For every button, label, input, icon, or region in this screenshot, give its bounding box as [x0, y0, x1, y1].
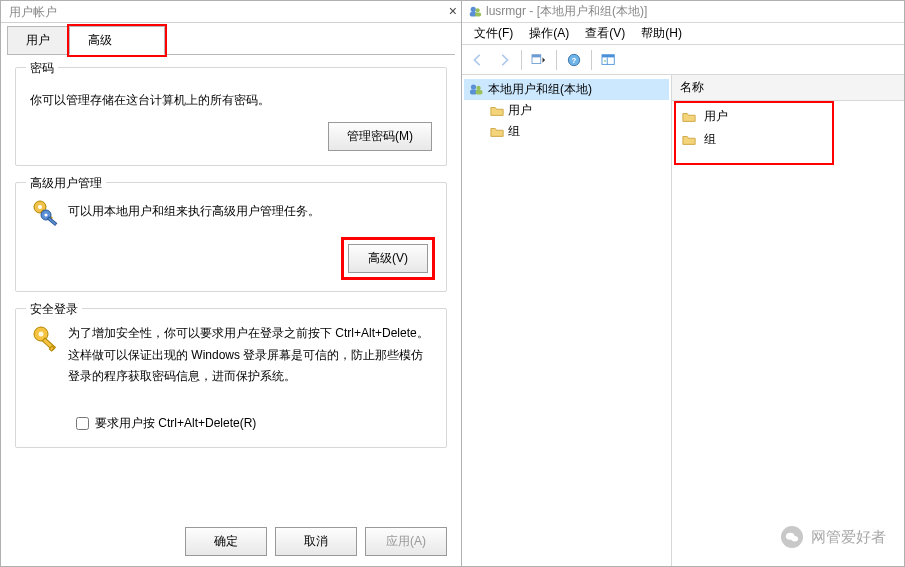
- list-column-name[interactable]: 名称: [672, 75, 904, 101]
- list-groups-label: 组: [704, 131, 716, 148]
- password-desc: 你可以管理存储在这台计算机上的所有密码。: [30, 90, 432, 112]
- tree-pane: 本地用户和组(本地) 用户 组: [462, 75, 672, 566]
- help-icon: ?: [567, 53, 581, 67]
- svg-rect-13: [475, 12, 481, 16]
- menu-view[interactable]: 查看(V): [577, 23, 633, 44]
- key-icon: [30, 323, 68, 355]
- apply-button[interactable]: 应用(A): [365, 527, 447, 556]
- group-password: 密码 你可以管理存储在这台计算机上的所有密码。 管理密码(M): [15, 67, 447, 166]
- folder-icon: [682, 133, 696, 147]
- lusrmgr-titlebar: lusrmgr - [本地用户和组(本地)]: [462, 1, 904, 23]
- menu-help[interactable]: 帮助(H): [633, 23, 690, 44]
- arrow-right-icon: [497, 53, 511, 67]
- keys-icon: [30, 197, 68, 229]
- ok-button[interactable]: 确定: [185, 527, 267, 556]
- toolbar: ?: [462, 45, 904, 75]
- watermark-text: 网管爱好者: [811, 528, 886, 547]
- group-secure-logon: 安全登录 为了增加安全性，你可以要求用户在登录之前按下 Ctrl+Alt+Del…: [15, 308, 447, 448]
- cancel-button[interactable]: 取消: [275, 527, 357, 556]
- folder-icon: [682, 110, 696, 124]
- require-cad-label: 要求用户按 Ctrl+Alt+Delete(R): [95, 415, 256, 432]
- svg-point-26: [791, 536, 798, 542]
- secure-desc: 为了增加安全性，你可以要求用户在登录之前按下 Ctrl+Alt+Delete。这…: [68, 323, 432, 388]
- panes-icon: [601, 53, 617, 67]
- dialog-button-row: 确定 取消 应用(A): [185, 527, 447, 556]
- group-password-title: 密码: [26, 60, 58, 77]
- tree-groups-label: 组: [508, 123, 520, 140]
- folder-icon: [490, 125, 504, 139]
- show-hide-button[interactable]: [597, 48, 621, 72]
- group-advanced-title: 高级用户管理: [26, 175, 106, 192]
- dialog-titlebar: 用户帐户 ×: [1, 1, 461, 23]
- views-button[interactable]: [527, 48, 551, 72]
- toolbar-separator: [556, 50, 557, 70]
- list-item-users[interactable]: 用户: [678, 105, 898, 128]
- require-cad-checkbox[interactable]: [76, 417, 89, 430]
- tree-root-label: 本地用户和组(本地): [488, 81, 592, 98]
- advanced-desc: 可以用本地用户和组来执行高级用户管理任务。: [68, 201, 432, 223]
- svg-rect-15: [532, 54, 541, 57]
- manage-passwords-button[interactable]: 管理密码(M): [328, 122, 432, 151]
- lusrmgr-window: lusrmgr - [本地用户和组(本地)] 文件(F) 操作(A) 查看(V)…: [462, 0, 905, 567]
- menu-file[interactable]: 文件(F): [466, 23, 521, 44]
- svg-point-21: [471, 84, 476, 89]
- svg-text:?: ?: [572, 56, 577, 65]
- menubar: 文件(F) 操作(A) 查看(V) 帮助(H): [462, 23, 904, 45]
- svg-point-10: [471, 6, 476, 11]
- forward-button[interactable]: [492, 48, 516, 72]
- toolbar-separator: [591, 50, 592, 70]
- tree-node-groups[interactable]: 组: [464, 121, 669, 142]
- list-items: 用户 组: [672, 101, 904, 155]
- wechat-icon: [781, 526, 803, 548]
- tab-users[interactable]: 用户: [7, 26, 69, 55]
- back-button[interactable]: [466, 48, 490, 72]
- toolbar-separator: [521, 50, 522, 70]
- users-groups-icon: [468, 82, 484, 98]
- folder-icon: [490, 104, 504, 118]
- svg-point-4: [44, 213, 47, 216]
- tree-node-users[interactable]: 用户: [464, 100, 669, 121]
- svg-point-23: [476, 85, 480, 89]
- svg-point-1: [38, 205, 42, 209]
- tab-strip: 用户 高级: [7, 25, 455, 55]
- tree-users-label: 用户: [508, 102, 532, 119]
- user-accounts-dialog: 用户帐户 × 用户 高级 密码 你可以管理存储在这台计算机上的所有密码。 管理密…: [0, 0, 462, 567]
- tab-advanced[interactable]: 高级: [69, 26, 165, 55]
- svg-rect-24: [476, 90, 483, 95]
- list-users-label: 用户: [704, 108, 728, 125]
- svg-point-7: [39, 332, 44, 337]
- lusrmgr-title: lusrmgr - [本地用户和组(本地)]: [486, 3, 647, 20]
- svg-point-12: [476, 8, 480, 12]
- mmc-body: 本地用户和组(本地) 用户 组 名称: [462, 75, 904, 566]
- tab-content-advanced: 密码 你可以管理存储在这台计算机上的所有密码。 管理密码(M) 高级用户管理: [1, 55, 461, 476]
- arrow-left-icon: [471, 53, 485, 67]
- list-pane: 名称 用户 组: [672, 75, 904, 566]
- help-button[interactable]: ?: [562, 48, 586, 72]
- advanced-button[interactable]: 高级(V): [348, 244, 428, 273]
- lusrmgr-app-icon: [468, 5, 482, 19]
- views-icon: [531, 53, 547, 67]
- group-advanced-mgmt: 高级用户管理 可以用本地用户和组来执行高级用户管理任务。: [15, 182, 447, 293]
- watermark: 网管爱好者: [781, 526, 886, 548]
- tree-root-local-users-groups[interactable]: 本地用户和组(本地): [464, 79, 669, 100]
- svg-rect-19: [602, 54, 614, 57]
- group-secure-title: 安全登录: [26, 301, 82, 318]
- close-icon[interactable]: ×: [449, 3, 457, 19]
- list-item-groups[interactable]: 组: [678, 128, 898, 151]
- dialog-title: 用户帐户: [9, 5, 57, 19]
- menu-action[interactable]: 操作(A): [521, 23, 577, 44]
